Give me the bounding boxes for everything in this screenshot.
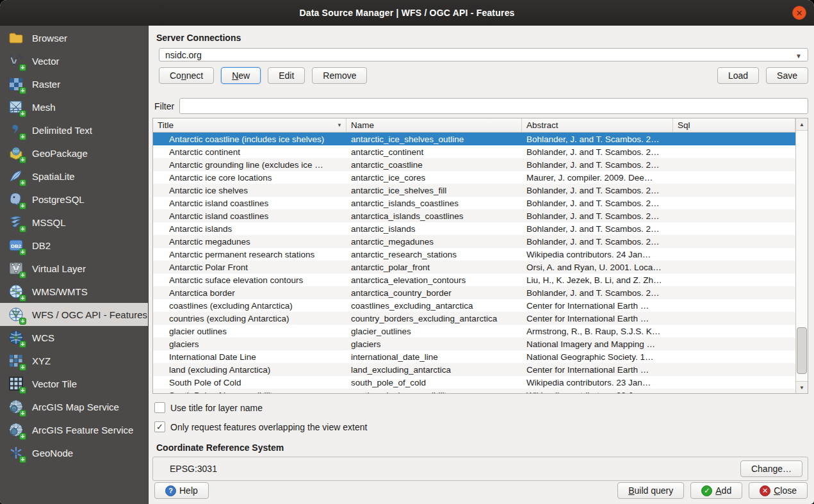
sidebar-item-geopackage[interactable]: +GeoPackage: [0, 142, 148, 165]
crs-change-button[interactable]: Change…: [740, 460, 802, 477]
cell-title[interactable]: Antarctic ice core locations: [153, 171, 346, 184]
table-row[interactable]: Antarctic island coastlinesantarctica_is…: [153, 209, 795, 222]
connect-button[interactable]: Connect: [159, 67, 214, 84]
cell-abstract[interactable]: Bohlander, J. and T. Scambos. 2…: [522, 235, 673, 248]
cell-abstract[interactable]: Orsi, A. and Ryan, U. 2001. Loca…: [522, 261, 673, 273]
sidebar-item-virtual-layer[interactable]: +Virtual Layer: [0, 257, 148, 280]
table-row[interactable]: glaciersglaciersNational Imagery and Map…: [153, 337, 795, 350]
cell-abstract[interactable]: Center for International Earth …: [522, 312, 673, 325]
cell-sql[interactable]: [673, 312, 795, 325]
cell-name[interactable]: country_borders_excluding_antarctica: [346, 312, 522, 325]
filter-input[interactable]: [179, 98, 808, 114]
cell-title[interactable]: glaciers: [153, 337, 346, 350]
sidebar-item-arcgis-map-service[interactable]: +ArcGIS Map Service: [0, 395, 148, 418]
cell-title[interactable]: South Pole of Cold: [153, 376, 346, 389]
sidebar-item-delimited-text[interactable]: +Delimited Text: [0, 118, 148, 142]
cell-title[interactable]: Antarctic island coastlines: [153, 209, 346, 222]
cell-abstract[interactable]: Wikipedia contributors. 23 Jan…: [522, 376, 673, 389]
table-row[interactable]: land (excluding Antarctica)land_excludin…: [153, 363, 795, 376]
cell-name[interactable]: antarctica_elevation_contours: [346, 273, 522, 286]
sidebar-item-mesh[interactable]: +Mesh: [0, 95, 148, 118]
cell-title[interactable]: Antarctic megadunes: [153, 235, 346, 248]
scroll-up-icon[interactable]: ▲: [796, 118, 808, 131]
cell-abstract[interactable]: Center for International Earth …: [522, 299, 673, 312]
use-title-checkbox-row[interactable]: ✓ Use title for layer name: [154, 402, 808, 413]
table-row[interactable]: Antarctic coastline (includes ice shelve…: [153, 133, 795, 145]
sidebar-item-wcs[interactable]: +WCS: [0, 326, 148, 349]
cell-title[interactable]: Antarctic grounding line (excludes ice …: [153, 158, 346, 171]
table-row[interactable]: Antarctic megadunesantarctic_megadunesBo…: [153, 235, 795, 248]
table-row[interactable]: Antarctic continentantarctic_continentBo…: [153, 145, 795, 158]
cell-title[interactable]: Antarctic islands: [153, 222, 346, 235]
cell-abstract[interactable]: Bohlander, J. and T. Scambos. 2…: [522, 197, 673, 209]
table-row[interactable]: Antarctica borderantarctica_country_bord…: [153, 286, 795, 299]
connection-select[interactable]: nsidc.org ▼: [159, 48, 808, 61]
sidebar-item-raster[interactable]: +Raster: [0, 72, 148, 95]
cell-abstract[interactable]: Bohlander, J. and T. Scambos. 2…: [522, 222, 673, 235]
cell-name[interactable]: antarctic_ice_shelves_outline: [346, 133, 522, 145]
titlebar[interactable]: Data Source Manager | WFS / OGC API - Fe…: [0, 0, 814, 26]
cell-name[interactable]: south_pole_inaccessibility: [346, 389, 522, 393]
sidebar-item-spatialite[interactable]: +SpatiaLite: [0, 165, 148, 188]
new-button[interactable]: New: [221, 67, 261, 84]
cell-name[interactable]: antarctic_coastline: [346, 158, 522, 171]
cell-sql[interactable]: [673, 158, 795, 171]
cell-abstract[interactable]: Bohlander, J. and T. Scambos. 2…: [522, 145, 673, 158]
cell-sql[interactable]: [673, 389, 795, 393]
vertical-scrollbar[interactable]: ▲ ▼: [795, 118, 808, 393]
table-row[interactable]: coastlines (excluding Antarctica)coastli…: [153, 299, 795, 312]
load-button[interactable]: Load: [717, 67, 759, 84]
column-header-name[interactable]: Name: [346, 118, 522, 132]
only-request-checkbox-row[interactable]: ✓ Only request features overlapping the …: [154, 421, 808, 432]
table-row[interactable]: Antarctic suface elevation contoursantar…: [153, 273, 795, 286]
column-header-abstract[interactable]: Abstract: [522, 118, 673, 132]
table-row[interactable]: countries (excluding Antarctica)country_…: [153, 312, 795, 325]
cell-title[interactable]: International Date Line: [153, 350, 346, 363]
cell-name[interactable]: land_excluding_antarctica: [346, 363, 522, 376]
column-header-title[interactable]: Title ▼: [153, 118, 346, 132]
build-query-button[interactable]: Build query: [617, 482, 684, 499]
add-button[interactable]: ✓ Add: [690, 482, 742, 499]
cell-title[interactable]: glacier outlines: [153, 325, 346, 337]
cell-sql[interactable]: [673, 171, 795, 184]
cell-name[interactable]: south_pole_of_cold: [346, 376, 522, 389]
cell-sql[interactable]: [673, 145, 795, 158]
cell-abstract[interactable]: Bohlander, J. and T. Scambos. 2…: [522, 158, 673, 171]
cell-abstract[interactable]: Maurer, J. compiler. 2009. Dee…: [522, 171, 673, 184]
cell-abstract[interactable]: Wikipedia contributors. 30 Jan…: [522, 389, 673, 393]
cell-sql[interactable]: [673, 337, 795, 350]
cell-title[interactable]: countries (excluding Antarctica): [153, 312, 346, 325]
table-row[interactable]: Antarctic Polar Frontantarctic_polar_fro…: [153, 261, 795, 273]
cell-abstract[interactable]: Center for International Earth …: [522, 363, 673, 376]
cell-title[interactable]: Antarctic Polar Front: [153, 261, 346, 273]
sidebar-item-browser[interactable]: Browser: [0, 26, 148, 49]
cell-name[interactable]: glacier_outlines: [346, 325, 522, 337]
cell-sql[interactable]: [673, 299, 795, 312]
edit-button[interactable]: Edit: [268, 67, 305, 84]
cell-name[interactable]: glaciers: [346, 337, 522, 350]
cell-name[interactable]: antarctic_megadunes: [346, 235, 522, 248]
scroll-down-icon[interactable]: ▼: [796, 381, 808, 393]
cell-abstract[interactable]: National Imagery and Mapping …: [522, 337, 673, 350]
cell-abstract[interactable]: Liu, H., K. Jezek, B. Li, and Z. Zh…: [522, 273, 673, 286]
cell-name[interactable]: antarctica_country_border: [346, 286, 522, 299]
cell-abstract[interactable]: Bohlander, J. and T. Scambos. 2…: [522, 133, 673, 145]
cell-sql[interactable]: [673, 350, 795, 363]
cell-name[interactable]: antarctic_ice_cores: [346, 171, 522, 184]
cell-abstract[interactable]: Bohlander, J. and T. Scambos. 2…: [522, 184, 673, 197]
sidebar-item-vector-tile[interactable]: +Vector Tile: [0, 372, 148, 395]
cell-title[interactable]: Antarctica border: [153, 286, 346, 299]
cell-sql[interactable]: [673, 325, 795, 337]
cell-title[interactable]: Antarctic suface elevation contours: [153, 273, 346, 286]
table-row[interactable]: International Date Lineinternational_dat…: [153, 350, 795, 363]
cell-name[interactable]: antarctic_ice_shelves_fill: [346, 184, 522, 197]
cell-sql[interactable]: [673, 286, 795, 299]
sidebar-item-postgresql[interactable]: +PostgreSQL: [0, 188, 148, 211]
cell-title[interactable]: Antarctic continent: [153, 145, 346, 158]
table-row[interactable]: Antarctic islandsantarctic_islandsBohlan…: [153, 222, 795, 235]
sidebar-item-db2[interactable]: DB2+DB2: [0, 234, 148, 257]
cell-name[interactable]: antarctic_polar_front: [346, 261, 522, 273]
cell-sql[interactable]: [673, 261, 795, 273]
table-row[interactable]: South Pole of Inaccessibilitysouth_pole_…: [153, 389, 795, 393]
cell-name[interactable]: international_date_line: [346, 350, 522, 363]
